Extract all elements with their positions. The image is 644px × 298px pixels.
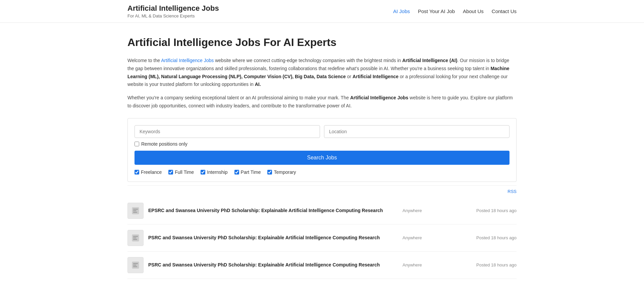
job-posted-time: Posted 18 hours ago: [463, 208, 517, 213]
job-right: Anywhere Posted 18 hours ago: [402, 262, 517, 267]
logo-title[interactable]: Artificial Intelligence Jobs: [127, 4, 219, 13]
checkbox-freelance[interactable]: [135, 170, 139, 175]
search-button[interactable]: Search Jobs: [135, 151, 509, 165]
job-location: Anywhere: [402, 235, 443, 240]
page-title: Artificial Intelligence Jobs For AI Expe…: [127, 36, 517, 49]
intro-ai-jobs-link[interactable]: Artificial Intelligence Jobs: [161, 58, 214, 63]
company-logo-icon: [131, 233, 140, 243]
job-details: PSRC and Swansea University PhD Scholars…: [148, 262, 517, 268]
rss-row: RSS: [127, 185, 517, 197]
search-inputs-row: [135, 125, 509, 138]
rss-link[interactable]: RSS: [507, 189, 517, 194]
svg-rect-9: [133, 263, 138, 264]
checkbox-parttime[interactable]: [234, 170, 239, 175]
svg-rect-7: [133, 239, 137, 240]
search-box: Remote positions only Search Jobs Freela…: [127, 118, 517, 182]
label-fulltime: Full Time: [175, 169, 194, 175]
location-input[interactable]: [324, 125, 509, 138]
job-type-temporary: Temporary: [267, 169, 296, 175]
job-location: Anywhere: [402, 208, 443, 213]
checkbox-internship[interactable]: [201, 170, 205, 175]
job-details: EPSRC and Swansea University PhD Scholar…: [148, 207, 517, 214]
svg-rect-6: [133, 238, 136, 238]
remote-row: Remote positions only: [135, 141, 509, 147]
job-meta: PSRC and Swansea University PhD Scholars…: [148, 235, 517, 241]
main-content: Artificial Intelligence Jobs For AI Expe…: [121, 23, 523, 292]
svg-rect-3: [133, 212, 137, 212]
svg-rect-10: [133, 265, 136, 265]
company-logo-icon: [131, 206, 140, 215]
job-title[interactable]: EPSRC and Swansea University PhD Scholar…: [148, 207, 383, 214]
nav-contact-us[interactable]: Contact Us: [492, 8, 517, 14]
job-title[interactable]: PSRC and Swansea University PhD Scholars…: [148, 262, 380, 268]
job-posted-time: Posted 18 hours ago: [463, 235, 517, 240]
main-nav: AI Jobs Post Your AI Job About Us Contac…: [393, 8, 517, 14]
job-logo: [127, 257, 144, 273]
intro-paragraph-1: Welcome to the Artificial Intelligence J…: [127, 57, 517, 89]
job-details: PSRC and Swansea University PhD Scholars…: [148, 235, 517, 241]
nav-about-us[interactable]: About Us: [463, 8, 484, 14]
header: Artificial Intelligence Jobs For AI, ML …: [0, 0, 644, 23]
job-list: EPSRC and Swansea University PhD Scholar…: [127, 197, 517, 279]
logo-subtitle: For AI, ML & Data Science Experts: [127, 13, 219, 18]
keywords-input[interactable]: [135, 125, 320, 138]
job-types-row: Freelance Full Time Internship Part Time…: [135, 169, 509, 175]
company-logo-icon: [131, 260, 140, 270]
svg-rect-11: [133, 266, 137, 267]
job-type-freelance: Freelance: [135, 169, 162, 175]
label-parttime: Part Time: [241, 169, 261, 175]
job-title[interactable]: PSRC and Swansea University PhD Scholars…: [148, 235, 380, 241]
job-type-parttime: Part Time: [234, 169, 261, 175]
checkbox-temporary[interactable]: [267, 170, 272, 175]
job-posted-time: Posted 18 hours ago: [463, 262, 517, 267]
remote-label: Remote positions only: [141, 141, 187, 147]
remote-checkbox[interactable]: [135, 142, 139, 146]
job-logo: [127, 230, 144, 246]
job-location: Anywhere: [402, 262, 443, 267]
svg-rect-1: [133, 209, 138, 209]
nav-ai-jobs[interactable]: AI Jobs: [393, 8, 410, 14]
job-meta: EPSRC and Swansea University PhD Scholar…: [148, 207, 517, 214]
svg-rect-2: [133, 210, 136, 211]
job-right: Anywhere Posted 18 hours ago: [402, 208, 517, 213]
job-type-internship: Internship: [201, 169, 227, 175]
job-right: Anywhere Posted 18 hours ago: [402, 235, 517, 240]
job-logo: [127, 203, 144, 219]
job-item: PSRC and Swansea University PhD Scholars…: [127, 225, 517, 252]
job-type-fulltime: Full Time: [168, 169, 194, 175]
label-temporary: Temporary: [274, 169, 296, 175]
checkbox-fulltime[interactable]: [168, 170, 173, 175]
label-internship: Internship: [207, 169, 227, 175]
label-freelance: Freelance: [141, 169, 162, 175]
svg-rect-5: [133, 236, 138, 237]
logo-block: Artificial Intelligence Jobs For AI, ML …: [127, 4, 219, 18]
job-meta: PSRC and Swansea University PhD Scholars…: [148, 262, 517, 268]
job-item: EPSRC and Swansea University PhD Scholar…: [127, 197, 517, 225]
nav-post-job[interactable]: Post Your AI Job: [418, 8, 455, 14]
intro-paragraph-2: Whether you're a company seeking excepti…: [127, 94, 517, 110]
job-item: PSRC and Swansea University PhD Scholars…: [127, 252, 517, 279]
